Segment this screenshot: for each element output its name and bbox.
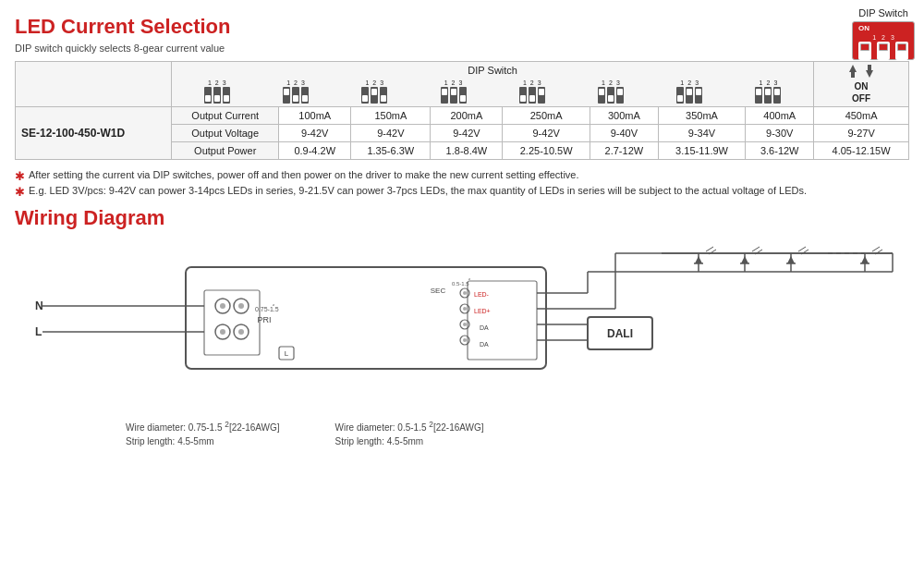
svg-point-29	[463, 291, 467, 295]
section-title: LED Current Selection	[15, 15, 909, 39]
cell-r2-c2: 1.8-8.4W	[431, 142, 503, 160]
cell-r0-c0: 100mA	[279, 107, 351, 125]
cell-r0-c3: 250mA	[503, 107, 590, 125]
cell-r1-c1: 9-42V	[351, 125, 431, 142]
cell-r2-c0: 0.9-4.2W	[279, 142, 351, 160]
cell-r2-c6: 3.6-12W	[746, 142, 814, 160]
svg-text:DA: DA	[480, 324, 489, 331]
wiring-diagram: PRI 0.75-1.5 ² N L L SEC 0.5-1.5 ² LED- …	[15, 239, 911, 415]
svg-marker-0	[849, 65, 857, 72]
dip-nums: 123	[872, 34, 894, 41]
svg-rect-2	[868, 65, 871, 70]
svg-marker-50	[695, 256, 702, 263]
wire-info: Wire diameter: 0.75-1.5 2[22-16AWG] Stri…	[15, 419, 909, 448]
cell-r1-c4: 9-40V	[590, 125, 658, 142]
n-label: N	[35, 299, 43, 312]
svg-text:L: L	[285, 349, 289, 358]
notes-section: ✱ After setting the current via DIP swit…	[15, 169, 909, 199]
dip-switch-col-label: DIP Switch	[177, 65, 808, 76]
cell-r2-c3: 2.25-10.5W	[503, 142, 590, 160]
svg-rect-1	[851, 72, 855, 78]
cell-r0-c7: 450mA	[814, 107, 909, 125]
svg-point-7	[220, 303, 225, 309]
cell-r2-c1: 1.35-6.3W	[351, 142, 431, 160]
dip-on-label: ON	[858, 24, 869, 32]
l-label: L	[35, 325, 42, 338]
cell-r0-c4: 300mA	[590, 107, 658, 125]
wire-info-right: Wire diameter: 0.5-1.5 2[22-16AWG] Strip…	[335, 419, 484, 448]
pri-label: PRI	[257, 315, 271, 324]
dip-icon-1: 123	[204, 79, 230, 104]
cell-r1-c7: 9-27V	[814, 125, 909, 142]
row-label-1: Output Voltage	[172, 125, 279, 142]
svg-text:²: ²	[468, 277, 470, 283]
note-text-1: After setting the current via DIP switch…	[29, 169, 579, 180]
svg-text:DA: DA	[480, 341, 489, 348]
svg-text:0.5-1.5: 0.5-1.5	[452, 281, 469, 287]
wire-strip-right: Strip length: 4.5-5mm	[335, 434, 484, 448]
wire-info-left: Wire diameter: 0.75-1.5 2[22-16AWG] Stri…	[126, 419, 280, 448]
note-star-2: ✱	[15, 185, 25, 199]
dip-switches-row	[858, 42, 908, 60]
row-label-2: Output Power	[172, 142, 279, 160]
cell-r2-c5: 3.15-11.9W	[658, 142, 746, 160]
svg-point-35	[463, 338, 467, 342]
note-line-2: ✱ E.g. LED 3V/pcs: 9-42V can power 3-14p…	[15, 185, 909, 199]
cell-r2-c4: 2.7-12W	[590, 142, 658, 160]
dip-unit-2	[877, 42, 890, 60]
cell-r0-c1: 150mA	[351, 107, 431, 125]
note-line-1: ✱ After setting the current via DIP swit…	[15, 169, 909, 183]
svg-rect-5	[204, 290, 260, 355]
up-arrow-icon	[849, 65, 857, 78]
svg-marker-60	[787, 256, 795, 263]
cell-r0-c2: 200mA	[431, 107, 503, 125]
dali-label: DALI	[607, 327, 633, 340]
svg-marker-3	[866, 70, 873, 78]
dip-icon-3: 123	[361, 79, 387, 104]
dip-icon-6: 123	[598, 79, 624, 104]
selection-table: DIP Switch 123	[15, 61, 909, 160]
cell-r1-c0: 9-42V	[279, 125, 351, 142]
dip-switch-corner-label: DIP Switch	[858, 7, 908, 18]
svg-line-62	[798, 247, 806, 251]
on-off-label: ON OFF	[820, 65, 903, 104]
svg-line-52	[706, 247, 713, 251]
svg-point-33	[463, 323, 467, 326]
svg-text:²: ²	[273, 303, 274, 309]
svg-line-68	[872, 247, 880, 251]
svg-text:LED+: LED+	[474, 308, 491, 314]
svg-marker-55	[741, 256, 748, 263]
svg-point-9	[238, 303, 244, 309]
cell-r0-c6: 400mA	[746, 107, 814, 125]
dip-unit-3	[895, 42, 908, 60]
cell-r1-c3: 9-42V	[503, 125, 590, 142]
wire-diameter-right: Wire diameter: 0.5-1.5 2[22-16AWG]	[335, 419, 484, 434]
product-label: SE-12-100-450-W1D	[16, 107, 172, 160]
svg-text:0.75-1.5: 0.75-1.5	[255, 306, 279, 312]
svg-point-13	[238, 329, 244, 335]
cell-r1-c2: 9-42V	[431, 125, 503, 142]
svg-text:LED-: LED-	[474, 291, 490, 298]
dip-icon-7: 123	[676, 79, 702, 104]
svg-line-57	[752, 247, 760, 251]
svg-point-31	[463, 307, 467, 311]
wire-diameter-left: Wire diameter: 0.75-1.5 2[22-16AWG]	[126, 419, 280, 434]
off-label: OFF	[852, 93, 870, 104]
col-product	[16, 62, 172, 107]
wiring-svg: PRI 0.75-1.5 ² N L L SEC 0.5-1.5 ² LED- …	[15, 239, 911, 410]
svg-marker-66	[861, 256, 869, 263]
section-subtitle: DIP switch quickly selects 8-gear curren…	[15, 43, 909, 54]
cell-r0-c5: 350mA	[658, 107, 746, 125]
note-star-1: ✱	[15, 169, 25, 183]
svg-rect-4	[186, 267, 546, 369]
dip-unit-1	[858, 42, 871, 60]
svg-text:SEC: SEC	[431, 287, 446, 295]
col-dip-header: DIP Switch 123	[172, 62, 814, 107]
page-wrapper: DIP Switch ON 123 LED Current Selection …	[0, 0, 924, 459]
on-off-col-header: ON OFF	[814, 62, 909, 107]
on-label: ON	[855, 81, 869, 92]
cell-r2-c7: 4.05-12.15W	[814, 142, 909, 160]
dip-icon-4: 123	[441, 79, 467, 104]
note-text-2: E.g. LED 3V/pcs: 9-42V can power 3-14pcs…	[29, 185, 807, 196]
dip-icon-2: 123	[283, 79, 309, 104]
